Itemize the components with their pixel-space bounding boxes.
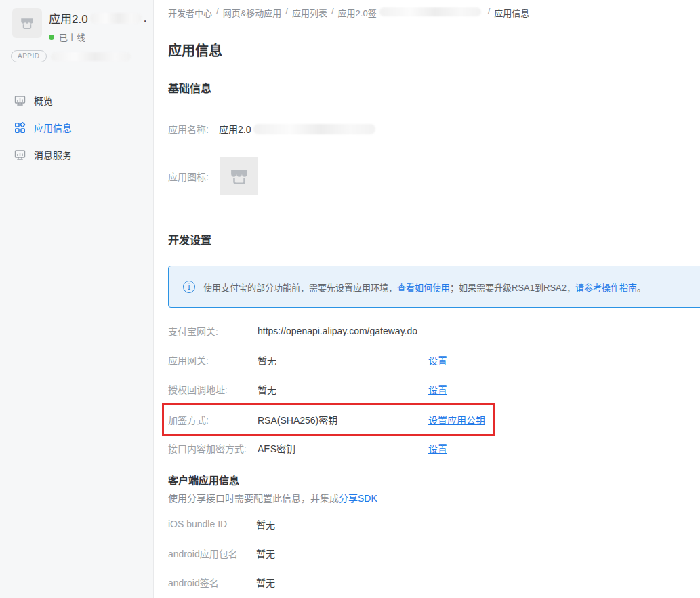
dev-settings-rows: 支付宝网关: https://openapi.alipay.com/gatewa…: [168, 323, 700, 456]
app-name-value-redacted: [253, 124, 375, 134]
breadcrumb-separator: /: [216, 6, 219, 16]
app-name-value: 应用2.0: [219, 122, 251, 136]
app-avatar: [12, 8, 42, 38]
android-signature-value: 暂无: [256, 576, 275, 589]
store-icon: [17, 13, 37, 33]
main-content: 开发者中心 / 网页&移动应用 / 应用列表 / 应用2.0签 / 应用信息 应…: [154, 0, 700, 598]
how-to-use-link[interactable]: 查看如何使用: [397, 283, 450, 293]
sidebar-item-label: 概览: [34, 94, 53, 107]
app-name-row: 应用名称: 应用2.0: [168, 121, 700, 136]
app-gateway-label: 应用网关:: [168, 353, 258, 367]
breadcrumb-app-name[interactable]: 应用2.0签: [338, 6, 377, 19]
client-info-heading: 客户端应用信息: [168, 473, 700, 487]
app-name-redacted: [90, 13, 142, 24]
breadcrumb: 开发者中心 / 网页&移动应用 / 应用列表 / 应用2.0签 / 应用信息: [168, 0, 700, 22]
content-encryption-label: 接口内容加密方式:: [168, 441, 258, 455]
app-gateway-value: 暂无: [258, 353, 428, 367]
dev-settings-heading: 开发设置: [168, 231, 700, 247]
appid-badge: APPID: [11, 50, 47, 62]
android-signature-label: android签名: [168, 576, 256, 589]
alipay-gateway-row: 支付宝网关: https://openapi.alipay.com/gatewa…: [168, 323, 499, 338]
basic-info-heading: 基础信息: [168, 79, 700, 96]
app-name-suffix: .: [144, 12, 147, 25]
ios-bundle-id-value: 暂无: [256, 517, 275, 531]
grid-icon: [14, 122, 26, 134]
breadcrumb-separator: /: [285, 6, 288, 16]
sidebar: 应用2.0 . 已上线 APPID: [0, 0, 154, 598]
android-package-value: 暂无: [256, 546, 275, 560]
app-name: 应用2.0: [49, 9, 88, 26]
share-sdk-link[interactable]: 分享SDK: [339, 493, 377, 504]
auth-callback-set-link[interactable]: 设置: [428, 382, 447, 396]
alipay-gateway-value: https://openapi.alipay.com/gateway.do: [258, 325, 428, 336]
online-status-dot: [49, 35, 54, 40]
notice-text: 使用支付宝的部分功能前，需要先设置应用环境，查看如何使用；如果需要升级RSA1到…: [203, 281, 646, 294]
sidebar-menu: 概览 应用信息: [0, 87, 153, 168]
alipay-gateway-label: 支付宝网关:: [168, 324, 258, 338]
android-package-row: android应用包名 暂无: [168, 546, 700, 561]
signing-method-value: RSA(SHA256)密钥: [258, 413, 428, 426]
signing-method-label: 加签方式:: [168, 413, 258, 426]
notice-text-middle: ；如果需要升级RSA1到RSA2，: [450, 283, 575, 293]
page-title: 应用信息: [168, 40, 700, 60]
client-info-subtitle-text: 使用分享接口时需要配置此信息，并集成: [168, 493, 339, 504]
app-header: 应用2.0 . 已上线 APPID: [0, 8, 153, 62]
sidebar-item-label: 应用信息: [34, 121, 72, 134]
monitor-chart-icon: [14, 149, 26, 161]
ios-bundle-id-label: iOS bundle ID: [168, 519, 256, 530]
store-icon: [226, 163, 252, 189]
app-gateway-set-link[interactable]: 设置: [428, 353, 447, 367]
app-icon-image: [220, 157, 258, 195]
sidebar-item-message-service[interactable]: 消息服务: [0, 141, 153, 168]
client-info-rows: iOS bundle ID 暂无 android应用包名 暂无 android签…: [168, 517, 700, 590]
set-app-public-key-link[interactable]: 设置应用公钥: [428, 413, 485, 426]
client-info-subtitle: 使用分享接口时需要配置此信息，并集成分享SDK: [168, 491, 700, 504]
sidebar-item-overview[interactable]: 概览: [0, 87, 153, 114]
breadcrumb-developer-center[interactable]: 开发者中心: [168, 6, 212, 19]
operation-guide-link[interactable]: 请参考操作指南: [575, 283, 637, 293]
signing-method-row-red-highlight-box: 加签方式: RSA(SHA256)密钥 设置应用公钥: [162, 403, 495, 436]
breadcrumb-separator: /: [488, 6, 491, 16]
auth-callback-row: 授权回调地址: 暂无 设置: [168, 382, 499, 397]
monitor-chart-icon: [14, 95, 26, 106]
breadcrumb-redacted: [379, 7, 481, 16]
notice-banner: i 使用支付宝的部分功能前，需要先设置应用环境，查看如何使用；如果需要升级RSA…: [168, 266, 700, 308]
breadcrumb-current: 应用信息: [494, 6, 529, 19]
app-icon-row: 应用图标:: [168, 157, 700, 195]
content-encryption-row: 接口内容加密方式: AES密钥 设置: [168, 441, 499, 456]
ios-bundle-id-row: iOS bundle ID 暂无: [168, 517, 700, 532]
android-package-label: android应用包名: [168, 546, 256, 560]
app-icon-label: 应用图标:: [168, 170, 220, 183]
auth-callback-label: 授权回调地址:: [168, 382, 258, 396]
sidebar-item-label: 消息服务: [34, 148, 72, 161]
sidebar-item-app-info[interactable]: 应用信息: [0, 114, 153, 141]
appid-value-redacted: [51, 52, 131, 61]
app-status-text: 已上线: [59, 31, 85, 43]
notice-text-before: 使用支付宝的部分功能前，需要先设置应用环境，: [203, 283, 397, 293]
android-signature-row: android签名 暂无: [168, 575, 700, 590]
app-name-label: 应用名称:: [168, 122, 219, 136]
content-encryption-set-link[interactable]: 设置: [428, 441, 447, 455]
app-gateway-row: 应用网关: 暂无 设置: [168, 353, 499, 367]
app-window: 应用2.0 . 已上线 APPID: [0, 0, 700, 598]
info-icon: i: [183, 281, 195, 293]
breadcrumb-app-list[interactable]: 应用列表: [292, 6, 327, 19]
notice-text-after: 。: [637, 283, 646, 293]
auth-callback-value: 暂无: [258, 382, 428, 396]
content-encryption-value: AES密钥: [258, 441, 428, 455]
breadcrumb-separator: /: [331, 6, 334, 16]
breadcrumb-web-mobile-apps[interactable]: 网页&移动应用: [223, 6, 282, 19]
